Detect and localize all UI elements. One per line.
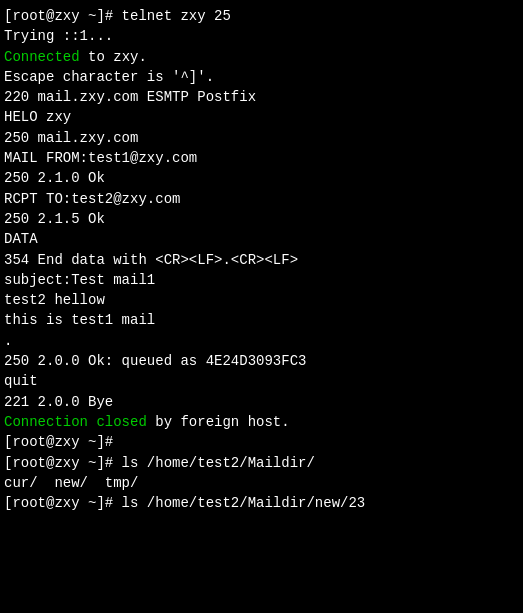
terminal-line: 221 2.0.0 Bye: [4, 392, 519, 412]
terminal-line: quit: [4, 371, 519, 391]
terminal-line: test2 hellow: [4, 290, 519, 310]
terminal-line: 250 2.0.0 Ok: queued as 4E24D3093FC3: [4, 351, 519, 371]
terminal-line: 250 2.1.5 Ok: [4, 209, 519, 229]
terminal-line: [root@zxy ~]#: [4, 432, 519, 452]
terminal-line: 220 mail.zxy.com ESMTP Postfix: [4, 87, 519, 107]
terminal-line: cur/ new/ tmp/: [4, 473, 519, 493]
terminal-line: RCPT TO:test2@zxy.com: [4, 189, 519, 209]
terminal-line: [root@zxy ~]# ls /home/test2/Maildir/: [4, 453, 519, 473]
terminal-line: Escape character is '^]'.: [4, 67, 519, 87]
terminal-line: Connection closed by foreign host.: [4, 412, 519, 432]
terminal-line: .: [4, 331, 519, 351]
terminal-window: [root@zxy ~]# telnet zxy 25Trying ::1...…: [0, 0, 523, 613]
terminal-line: this is test1 mail: [4, 310, 519, 330]
terminal-line: 250 mail.zxy.com: [4, 128, 519, 148]
terminal-line: MAIL FROM:test1@zxy.com: [4, 148, 519, 168]
terminal-line: subject:Test mail1: [4, 270, 519, 290]
terminal-line: [root@zxy ~]# ls /home/test2/Maildir/new…: [4, 493, 519, 513]
terminal-line: HELO zxy: [4, 107, 519, 127]
terminal-line: DATA: [4, 229, 519, 249]
terminal-line: 250 2.1.0 Ok: [4, 168, 519, 188]
terminal-line: Trying ::1...: [4, 26, 519, 46]
terminal-line: Connected to zxy.: [4, 47, 519, 67]
terminal-line: [root@zxy ~]# telnet zxy 25: [4, 6, 519, 26]
terminal-line: 354 End data with <CR><LF>.<CR><LF>: [4, 250, 519, 270]
